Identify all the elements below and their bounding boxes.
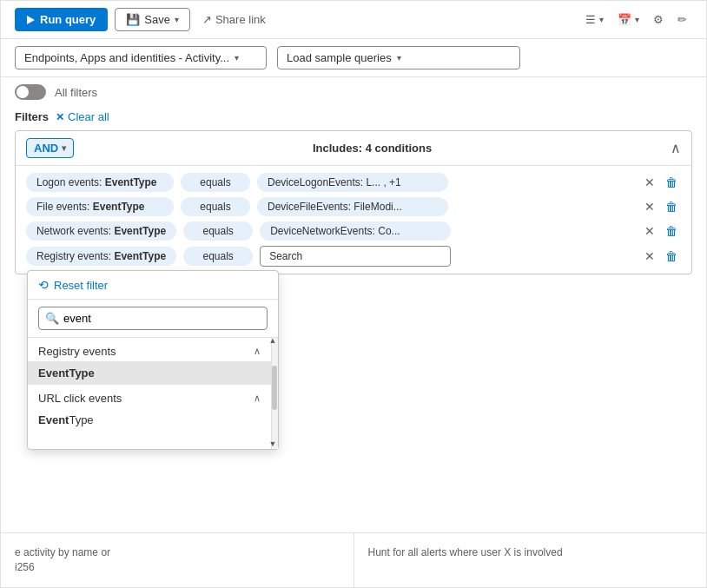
schema-dropdown-label: Endpoints, Apps and identities - Activit… — [24, 51, 229, 64]
filter-clear-logon[interactable]: ✕ — [641, 174, 658, 191]
bottom-card-2[interactable]: Hunt for all alerts where user X is invo… — [354, 533, 707, 587]
and-label: AND — [34, 142, 58, 155]
filter-equals-file[interactable]: equals — [181, 197, 250, 216]
registry-events-title: Registry events — [38, 345, 116, 358]
url-click-events-title: URL click events — [38, 392, 122, 405]
registry-events-section: Registry events ∧ EventType — [28, 338, 271, 385]
and-chevron-icon: ▾ — [62, 143, 66, 153]
search-input[interactable] — [38, 307, 268, 330]
sample-queries-dropdown[interactable]: Load sample queries ▾ — [277, 46, 520, 69]
filter-actions-file: ✕ 🗑 — [641, 198, 681, 215]
event-bold: Event — [38, 367, 69, 380]
reset-filter-label: Reset filter — [54, 279, 108, 292]
run-query-label: Run query — [40, 13, 96, 26]
reset-filter-button[interactable]: ⟲ Reset filter — [28, 271, 278, 300]
search-icon: 🔍 — [45, 312, 59, 325]
schema-dropdown[interactable]: Endpoints, Apps and identities - Activit… — [15, 46, 267, 69]
selectors-row: Endpoints, Apps and identities - Activit… — [1, 39, 706, 77]
calendar-icon: 📅 — [618, 13, 631, 26]
filter-delete-network[interactable]: 🗑 — [662, 222, 681, 240]
filter-actions-logon: ✕ 🗑 — [641, 174, 681, 191]
clear-all-button[interactable]: ✕ Clear all — [56, 110, 109, 123]
settings-icon: ⚙ — [653, 13, 664, 26]
save-chevron-icon: ▾ — [175, 15, 179, 24]
filter-field-network[interactable]: Network events: EventType — [26, 221, 176, 241]
panel-collapse-button[interactable]: ∧ — [671, 140, 681, 156]
save-button[interactable]: 💾 Save ▾ — [115, 8, 190, 31]
filter-value-registry[interactable]: Search — [260, 246, 451, 267]
code-icon: ✏ — [677, 13, 687, 26]
filter-delete-file[interactable]: 🗑 — [662, 198, 681, 215]
filter-value-logon[interactable]: DeviceLogonEvents: L... , +1 — [257, 173, 448, 192]
bottom-card-2-text: Hunt for all alerts where user X is invo… — [368, 545, 693, 560]
includes-text: Includes: 4 conditions — [313, 142, 432, 155]
filter-value-file[interactable]: DeviceFileEvents: FileModi... — [257, 197, 448, 216]
settings-button[interactable]: ⚙ — [648, 10, 669, 30]
filter-equals-network[interactable]: equals — [183, 221, 253, 241]
bottom-cards: e activity by name ori256 Hunt for all a… — [1, 532, 706, 587]
filter-clear-file[interactable]: ✕ — [641, 198, 658, 215]
filters-header: Filters ✕ Clear all — [1, 107, 706, 130]
scroll-down-button[interactable]: ▼ — [268, 439, 278, 448]
filter-clear-registry[interactable]: ✕ — [641, 248, 658, 265]
share-icon: ↗ — [202, 13, 212, 26]
filter-field-file[interactable]: File events: EventType — [26, 197, 174, 216]
filter-field-logon[interactable]: Logon events: EventType — [26, 173, 174, 192]
bottom-card-1[interactable]: e activity by name ori256 — [1, 533, 354, 587]
filter-row: File events: EventType equals DeviceFile… — [26, 197, 681, 216]
scrollbar-track — [271, 338, 278, 449]
filter-panel: AND ▾ Includes: 4 conditions ∧ Logon eve… — [15, 130, 692, 274]
share-button[interactable]: ↗ Share link — [197, 10, 271, 30]
clear-all-label: Clear all — [68, 110, 109, 123]
all-filters-toggle[interactable] — [15, 84, 46, 100]
clear-all-x-icon: ✕ — [56, 111, 64, 123]
scroll-down-area: ▼ — [268, 436, 278, 449]
search-box: 🔍 — [28, 300, 278, 338]
url-event-bold: Event — [38, 413, 69, 426]
event-type-rest: Type — [69, 367, 94, 380]
filter-field-registry[interactable]: Registry events: EventType — [26, 247, 176, 266]
play-icon — [27, 16, 35, 24]
url-event-type-item[interactable]: EventType — [28, 408, 271, 432]
filters-label: Filters — [15, 110, 49, 123]
dropdown-list: Registry events ∧ EventType URL click ev… — [28, 338, 278, 449]
filter-panel-header: AND ▾ Includes: 4 conditions ∧ — [16, 131, 691, 166]
scroll-up-button[interactable]: ▲ — [268, 338, 278, 345]
toolbar-left: Run query 💾 Save ▾ ↗ Share link — [15, 8, 271, 31]
code-button[interactable]: ✏ — [672, 10, 692, 30]
url-collapse-icon: ∧ — [254, 393, 261, 404]
filter-delete-registry[interactable]: 🗑 — [662, 248, 681, 265]
filter-row: Logon events: EventType equals DeviceLog… — [26, 173, 681, 192]
scrollbar-thumb — [272, 366, 277, 410]
run-query-button[interactable]: Run query — [15, 8, 108, 31]
schema-chevron-icon: ▾ — [235, 53, 239, 63]
registry-events-header[interactable]: Registry events ∧ — [28, 338, 271, 361]
all-filters-row: All filters — [1, 77, 706, 107]
list-chevron-icon: ▾ — [599, 15, 604, 24]
url-event-type-rest: Type — [69, 413, 93, 426]
registry-event-type-item[interactable]: EventType — [28, 361, 271, 385]
bottom-card-1-text: e activity by name ori256 — [15, 545, 340, 575]
url-click-events-section: URL click events ∧ EventType — [28, 385, 271, 432]
calendar-button[interactable]: 📅 ▾ — [612, 10, 644, 30]
list-view-button[interactable]: ☰ ▾ — [580, 10, 609, 30]
filter-row-registry: Registry events: EventType equals Search… — [26, 246, 681, 267]
list-icon: ☰ — [585, 13, 596, 26]
calendar-chevron-icon: ▾ — [635, 15, 639, 24]
toolbar-right: ☰ ▾ 📅 ▾ ⚙ ✏ — [580, 10, 692, 30]
registry-collapse-icon: ∧ — [254, 346, 261, 357]
filter-equals-logon[interactable]: equals — [181, 173, 250, 192]
save-label: Save — [144, 13, 170, 26]
filter-equals-registry[interactable]: equals — [183, 247, 253, 266]
filter-clear-network[interactable]: ✕ — [641, 222, 658, 240]
filter-delete-logon[interactable]: 🗑 — [662, 174, 681, 191]
and-dropdown[interactable]: AND ▾ — [26, 138, 74, 158]
url-click-events-header[interactable]: URL click events ∧ — [28, 385, 271, 408]
share-label: Share link — [215, 13, 266, 26]
filter-row: Network events: EventType equals DeviceN… — [26, 221, 681, 241]
sample-queries-label: Load sample queries — [287, 51, 392, 64]
filter-rows: Logon events: EventType equals DeviceLog… — [16, 166, 691, 274]
save-icon: 💾 — [126, 13, 140, 26]
filter-value-network[interactable]: DeviceNetworkEvents: Co... — [260, 221, 451, 241]
filter-actions-network: ✕ 🗑 — [641, 222, 681, 240]
